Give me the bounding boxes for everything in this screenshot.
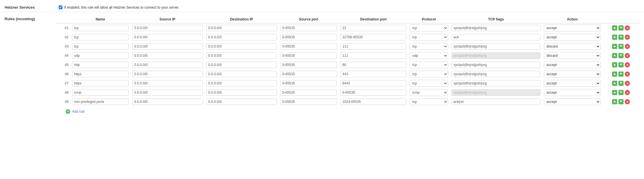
source-ip-input-5[interactable] (132, 62, 203, 68)
move-down-button-9[interactable] (618, 99, 624, 104)
protocol-select-9[interactable]: tcpudpicmp (410, 98, 448, 105)
move-down-button-3[interactable] (618, 44, 624, 49)
move-up-button-8[interactable] (612, 90, 617, 95)
move-down-button-2[interactable] (618, 35, 624, 40)
protocol-select-8[interactable]: tcpudpicmp (410, 89, 448, 96)
tcp-flags-input-5[interactable] (451, 62, 541, 68)
protocol-select-5[interactable]: tcpudpicmp (410, 61, 448, 68)
destination-ip-input-2[interactable] (206, 34, 277, 40)
name-input-4[interactable] (72, 52, 129, 59)
destination-ip-input-6[interactable] (206, 71, 277, 77)
source-port-input-6[interactable] (280, 71, 337, 77)
add-rule-icon[interactable]: + (66, 109, 70, 114)
destination-port-input-7[interactable] (340, 80, 406, 86)
source-port-input-2[interactable] (280, 34, 337, 40)
delete-button-8[interactable] (625, 90, 630, 95)
tcp-flags-input-3[interactable] (451, 43, 541, 50)
source-port-input-3[interactable] (280, 43, 337, 50)
source-port-input-5[interactable] (280, 62, 337, 68)
move-down-button-6[interactable] (618, 71, 624, 77)
source-ip-input-7[interactable] (132, 80, 203, 86)
source-port-input-7[interactable] (280, 80, 337, 86)
name-input-1[interactable] (72, 25, 129, 31)
tcp-flags-input-6[interactable] (451, 71, 541, 77)
move-down-button-8[interactable] (618, 90, 624, 95)
destination-port-input-6[interactable] (340, 71, 406, 77)
destination-ip-input-1[interactable] (206, 25, 277, 31)
tcp-flags-input-8[interactable] (451, 89, 541, 96)
move-up-button-4[interactable] (612, 53, 617, 58)
protocol-select-6[interactable]: tcpudpicmp (410, 71, 448, 78)
name-input-7[interactable] (72, 80, 129, 86)
move-down-button-5[interactable] (618, 62, 624, 67)
move-up-button-7[interactable] (612, 81, 617, 86)
destination-port-input-4[interactable] (340, 52, 406, 59)
destination-port-input-3[interactable] (340, 43, 406, 50)
destination-port-input-5[interactable] (340, 62, 406, 68)
move-up-button-1[interactable] (612, 25, 617, 31)
name-input-5[interactable] (72, 62, 129, 68)
delete-button-4[interactable] (625, 53, 630, 58)
destination-ip-input-7[interactable] (206, 80, 277, 86)
source-ip-input-6[interactable] (132, 71, 203, 77)
source-port-input-9[interactable] (280, 99, 337, 105)
protocol-select-7[interactable]: tcpudpicmp (410, 80, 448, 87)
delete-button-9[interactable] (625, 99, 630, 104)
move-up-button-2[interactable] (612, 35, 617, 40)
destination-ip-input-5[interactable] (206, 62, 277, 68)
move-down-button-1[interactable] (618, 25, 624, 31)
tcp-flags-input-9[interactable] (451, 99, 541, 105)
source-ip-input-8[interactable] (132, 89, 203, 96)
move-down-button-7[interactable] (618, 81, 624, 86)
destination-port-input-1[interactable] (340, 25, 406, 31)
tcp-flags-input-7[interactable] (451, 80, 541, 86)
delete-button-3[interactable] (625, 44, 630, 49)
source-port-input-1[interactable] (280, 25, 337, 31)
move-up-button-6[interactable] (612, 71, 617, 77)
name-input-9[interactable] (72, 99, 129, 105)
move-up-button-5[interactable] (612, 62, 617, 67)
source-ip-input-1[interactable] (132, 25, 203, 31)
source-ip-input-4[interactable] (132, 52, 203, 59)
destination-ip-input-8[interactable] (206, 89, 277, 96)
source-ip-input-2[interactable] (132, 34, 203, 40)
destination-port-input-9[interactable] (340, 99, 406, 105)
source-ip-input-3[interactable] (132, 43, 203, 50)
tcp-flags-input-2[interactable] (451, 34, 541, 40)
destination-ip-input-9[interactable] (206, 99, 277, 105)
destination-ip-input-3[interactable] (206, 43, 277, 50)
action-select-2[interactable]: acceptdiscard (544, 34, 601, 41)
move-up-button-3[interactable] (612, 44, 617, 49)
move-up-button-9[interactable] (612, 99, 617, 104)
name-input-3[interactable] (72, 43, 129, 50)
name-input-8[interactable] (72, 89, 129, 96)
destination-port-input-8[interactable] (340, 89, 406, 96)
tcp-flags-input-1[interactable] (451, 25, 541, 31)
name-input-2[interactable] (72, 34, 129, 40)
action-select-7[interactable]: acceptdiscard (544, 80, 601, 87)
action-select-1[interactable]: acceptdiscard (544, 25, 601, 31)
action-select-6[interactable]: acceptdiscard (544, 71, 601, 78)
move-down-button-4[interactable] (618, 53, 624, 58)
action-select-8[interactable]: acceptdiscard (544, 89, 601, 96)
action-select-9[interactable]: acceptdiscard (544, 98, 601, 105)
source-port-input-4[interactable] (280, 52, 337, 59)
action-select-5[interactable]: acceptdiscard (544, 61, 601, 68)
hetzner-checkbox[interactable] (59, 5, 62, 9)
action-select-3[interactable]: acceptdiscard (544, 43, 601, 50)
protocol-select-4[interactable]: tcpudpicmp (410, 52, 448, 59)
delete-button-1[interactable] (625, 25, 630, 31)
delete-button-5[interactable] (625, 62, 630, 67)
delete-button-6[interactable] (625, 71, 630, 77)
add-rule-link[interactable]: Add rule (72, 110, 85, 114)
action-select-4[interactable]: acceptdiscard (544, 52, 601, 59)
protocol-select-1[interactable]: tcpudpicmp (410, 25, 448, 31)
protocol-select-2[interactable]: tcpudpicmp (410, 34, 448, 41)
tcp-flags-input-4[interactable] (451, 52, 541, 59)
source-ip-input-9[interactable] (132, 99, 203, 105)
destination-ip-input-4[interactable] (206, 52, 277, 59)
delete-button-2[interactable] (625, 35, 630, 40)
destination-port-input-2[interactable] (340, 34, 406, 40)
delete-button-7[interactable] (625, 81, 630, 86)
source-port-input-8[interactable] (280, 89, 337, 96)
